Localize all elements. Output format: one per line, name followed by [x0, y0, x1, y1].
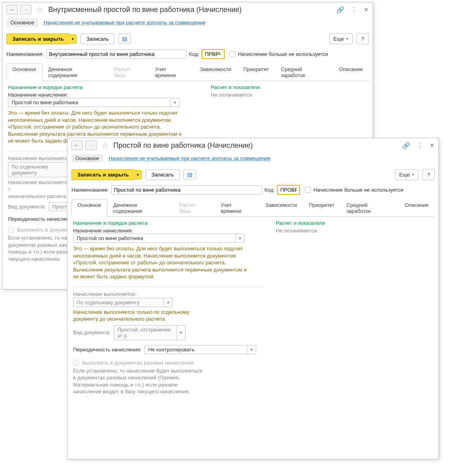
code-input[interactable]: [201, 49, 225, 59]
not-used-checkbox-wrap[interactable]: Начисление больше не используется: [229, 51, 328, 57]
exec-value: По отдельному документу: [8, 163, 67, 177]
assign-value: Простой по вине работника: [8, 98, 170, 107]
linkbar-active[interactable]: Основное: [6, 18, 38, 27]
once-checkbox: [73, 360, 79, 366]
tab-time[interactable]: Учет времени: [215, 199, 259, 217]
star-icon[interactable]: ☆: [101, 141, 109, 150]
link-icon[interactable]: 🔗: [402, 142, 410, 149]
paid-text: Не оплачивается.: [211, 92, 367, 98]
linkbar: Основное Начисления не учитываемые при р…: [67, 153, 438, 167]
report-button[interactable]: ▤: [184, 169, 196, 180]
once-checkbox: [8, 227, 14, 233]
not-used-label: Начисление больше не используется: [238, 51, 328, 57]
divider: [73, 287, 264, 287]
tab-salary[interactable]: Денежное содержание: [42, 63, 108, 81]
window-title: Внутрисменный простой по вине работника …: [48, 6, 333, 14]
not-used-checkbox-wrap[interactable]: Начисление больше не используется: [305, 187, 403, 193]
code-input[interactable]: [277, 185, 300, 195]
assign-select[interactable]: Простой по вине работника ▾: [73, 234, 245, 243]
more-label: Еще: [399, 172, 410, 178]
doc-row: Вид документа: Простой, отстранение от р…: [73, 325, 264, 340]
tab-main[interactable]: Основное: [6, 63, 42, 81]
save-close-dropdown[interactable]: ▾: [134, 170, 142, 179]
assign-select[interactable]: Простой по вине работника ▾: [8, 98, 180, 107]
exec-select[interactable]: По отдельному документу ▾: [73, 298, 173, 307]
content: Назначение и порядок расчета Назначение …: [67, 217, 438, 399]
close-icon[interactable]: ✕: [363, 6, 369, 14]
period-row: Периодичность начисления: Не контролиров…: [73, 345, 264, 354]
save-close-button[interactable]: Записать и закрыть: [71, 169, 135, 180]
once-help: Если установлено, то начи документах раз…: [8, 234, 74, 262]
tab-priority[interactable]: Приоритет: [237, 63, 275, 81]
linkbar: Основное Начисления не учитываемые при р…: [2, 17, 373, 31]
right-column: Расчет и показатели Не оплачивается.: [276, 220, 433, 395]
once-row: Выполнять в документах разовых начислени…: [73, 360, 264, 366]
tab-desc[interactable]: Описание: [399, 199, 435, 217]
doc-value: Простой, отстранение от р: [114, 325, 176, 340]
chevron-down-icon[interactable]: ▾: [170, 98, 179, 107]
tab-deps[interactable]: Зависимости: [259, 199, 303, 217]
linkbar-active[interactable]: Основное: [71, 154, 103, 163]
not-used-checkbox[interactable]: [305, 187, 311, 193]
nav-forward-button[interactable]: →: [85, 141, 97, 150]
link-icon[interactable]: 🔗: [336, 6, 344, 14]
linkbar-link[interactable]: Начисления не учитываемые при расчете до…: [109, 155, 271, 161]
more-button[interactable]: Еще ▾: [329, 34, 353, 44]
doc-select[interactable]: Простой, отстранение от р ▾: [114, 325, 186, 340]
section-title-right: Расчет и показатели: [276, 220, 433, 226]
report-button[interactable]: ▤: [119, 34, 131, 44]
chevron-down-icon[interactable]: ▾: [247, 345, 256, 354]
not-used-checkbox[interactable]: [229, 51, 235, 57]
star-icon[interactable]: ☆: [36, 5, 43, 14]
tab-desc[interactable]: Описание: [333, 63, 369, 81]
chevron-down-icon[interactable]: ▾: [164, 298, 172, 307]
title-icons: 🔗 ⋮ ✕: [402, 142, 435, 149]
tab-avg[interactable]: Средний заработок: [340, 199, 399, 217]
tab-deps[interactable]: Зависимости: [194, 63, 237, 81]
titlebar: ← → ☆ Простой по вине работника (Начисле…: [67, 138, 438, 153]
kebab-icon[interactable]: ⋮: [351, 6, 357, 14]
tab-avg[interactable]: Средний заработок: [275, 63, 333, 81]
period-select[interactable]: Не контролировать ▾: [144, 345, 256, 354]
window-front: ← → ☆ Простой по вине работника (Начисле…: [67, 138, 439, 459]
more-button[interactable]: Еще ▾: [395, 169, 419, 180]
section-title-right: Расчет и показатели: [211, 84, 367, 90]
tab-priority[interactable]: Приоритет: [303, 199, 340, 217]
save-close-dropdown[interactable]: ▾: [69, 34, 77, 44]
nav-back-button[interactable]: ←: [6, 5, 18, 14]
tab-time[interactable]: Учет времени: [149, 63, 194, 81]
save-button[interactable]: Записать: [81, 34, 115, 44]
help-button[interactable]: ?: [423, 169, 435, 180]
chevron-down-icon[interactable]: ▾: [235, 234, 244, 242]
code-label: Код:: [265, 187, 275, 193]
save-close-button[interactable]: Записать и закрыть: [6, 34, 70, 44]
left-column: Назначение и порядок расчета Назначение …: [73, 220, 264, 395]
window-title: Простой по вине работника (Начисление): [113, 141, 399, 150]
close-icon[interactable]: ✕: [429, 142, 435, 149]
name-input[interactable]: [111, 185, 262, 194]
nav-back-button[interactable]: ←: [71, 141, 83, 150]
name-row: Наименование: Код: Начисление больше не …: [2, 47, 373, 61]
exec-select[interactable]: По отдельному документу: [8, 162, 68, 177]
nav-forward-button[interactable]: →: [20, 5, 32, 14]
assign-help: Это — время без оплаты. Для него будет в…: [73, 245, 253, 280]
kebab-icon[interactable]: ⋮: [417, 142, 423, 149]
period-label: Периодичность начисления:: [73, 347, 141, 353]
title-icons: 🔗 ⋮ ✕: [336, 6, 369, 14]
tab-main[interactable]: Основное: [71, 199, 107, 217]
chevron-down-icon[interactable]: ▾: [176, 325, 185, 340]
tabs: Основное Денежное содержание Расчет базы…: [6, 63, 369, 81]
more-label: Еще: [334, 36, 344, 42]
doc-label: Вид документа:: [8, 204, 45, 210]
not-used-label: Начисление больше не используется: [313, 187, 403, 193]
tab-base[interactable]: Расчет базы: [108, 63, 149, 81]
tab-salary[interactable]: Денежное содержание: [107, 199, 174, 217]
name-input[interactable]: [46, 50, 187, 59]
chevron-down-icon: ▾: [412, 173, 414, 177]
tab-base[interactable]: Расчет базы: [173, 199, 215, 217]
section-title-left: Назначение и порядок расчета: [73, 220, 264, 226]
exec-label: Начисление выполняется:: [73, 291, 264, 297]
help-button[interactable]: ?: [357, 33, 369, 44]
linkbar-link[interactable]: Начисления не учитываемые при расчете до…: [44, 20, 206, 26]
save-button[interactable]: Записать: [146, 169, 180, 180]
